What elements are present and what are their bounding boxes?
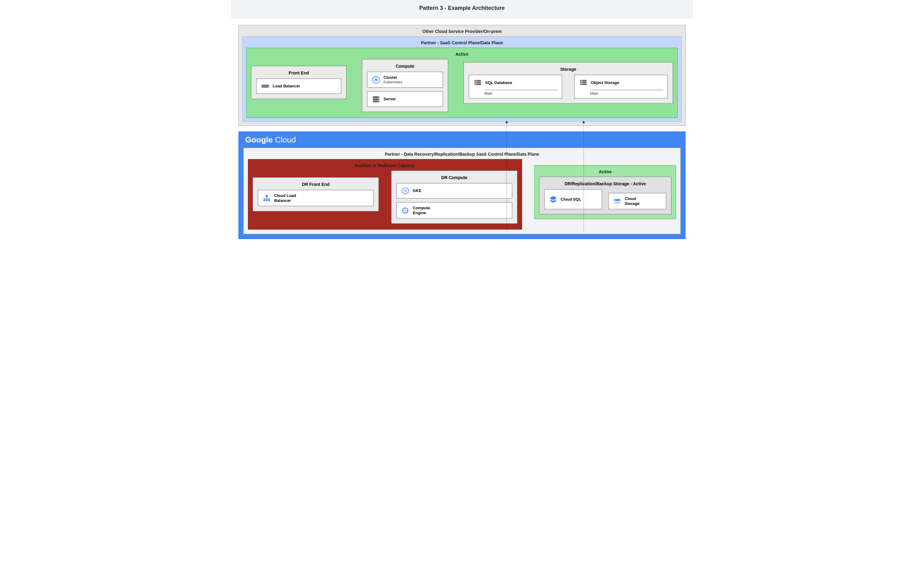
svg-point-15 xyxy=(378,97,378,97)
bottom-row: Inactive or Reduced Capacity DR Front En… xyxy=(248,159,676,230)
database-icon xyxy=(473,78,482,87)
gke-label: GKE xyxy=(413,189,422,193)
cloud-load-balancer-icon xyxy=(262,194,271,203)
svg-rect-23 xyxy=(475,84,477,84)
storage-title: Storage xyxy=(469,66,668,75)
inactive-row: DR Front End Cloud Load Balancer xyxy=(252,171,517,224)
gke-icon xyxy=(401,187,410,195)
svg-marker-35 xyxy=(404,189,407,192)
google-cloud-box: Google Cloud Partner - Data Recovery/Rep… xyxy=(238,131,686,239)
cloud-sql-icon xyxy=(549,195,557,204)
svg-rect-27 xyxy=(581,81,583,81)
active-label-bottom: Active xyxy=(539,168,672,177)
sql-name: SQL Database xyxy=(485,80,512,85)
active-zone-top: Active Front End Load Balancer xyxy=(246,48,678,118)
svg-point-1 xyxy=(263,85,264,87)
svg-rect-29 xyxy=(581,84,583,84)
ce-t2: Engine xyxy=(413,211,430,215)
partner-saas-label: Partner - SaaS Control Plane/Data Plane xyxy=(246,39,678,48)
load-balancer-text: Load Balancer xyxy=(273,84,300,89)
svg-rect-31 xyxy=(264,199,265,201)
svg-line-8 xyxy=(376,80,378,81)
cluster-card: Cluster Kubernetes xyxy=(367,72,443,88)
load-balancer-card: Load Balancer xyxy=(256,79,341,94)
gc-logo-bold: Google xyxy=(245,135,273,144)
kubernetes-icon xyxy=(372,76,380,84)
sql-database-card: SQL Database Main xyxy=(469,75,562,98)
compute-panel: Compute Cluster Kubernetes xyxy=(362,59,448,112)
frontend-title: Front End xyxy=(256,69,341,79)
gke-text: GKE xyxy=(413,189,422,193)
svg-point-2 xyxy=(265,85,265,87)
dr-storage-panel: DR/Replication/Backup Storage - Active C… xyxy=(539,177,672,214)
dr-storage-row: Cloud SQL Cloud Storage xyxy=(544,189,666,209)
divider xyxy=(485,90,557,90)
page-title: Pattern 3 - Example Architecture xyxy=(231,5,693,11)
cstor-t2: Storage xyxy=(625,201,640,206)
dr-frontend-panel: DR Front End Cloud Load Balancer xyxy=(252,177,379,211)
svg-rect-37 xyxy=(404,209,407,211)
svg-point-53 xyxy=(619,202,620,203)
obj-sub: Main xyxy=(590,92,663,96)
svg-point-3 xyxy=(267,85,267,87)
cstor-text: Cloud Storage xyxy=(625,196,640,206)
inactive-label: Inactive or Reduced Capacity xyxy=(252,162,517,171)
clb-t2: Balancer xyxy=(274,198,296,203)
partner-dr-box: Partner - Data Recovery/Replication/Back… xyxy=(243,148,681,234)
compute-engine-card: Compute Engine xyxy=(396,202,512,219)
dr-storage-title: DR/Replication/Backup Storage - Active xyxy=(544,180,666,189)
dr-compute-title: DR Compute xyxy=(396,174,512,183)
svg-rect-28 xyxy=(581,82,583,82)
divider xyxy=(590,90,663,90)
cloud-storage-icon xyxy=(613,197,622,206)
partner-saas-box: Partner - SaaS Control Plane/Data Plane … xyxy=(242,36,682,122)
active-zone-bottom: Active DR/Replication/Backup Storage - A… xyxy=(535,165,676,219)
storage-inner: SQL Database Main xyxy=(469,75,668,98)
ce-t1: Compute xyxy=(413,206,430,211)
svg-rect-22 xyxy=(475,82,477,82)
other-cloud-box: Other Cloud Service Provider/On-prem Par… xyxy=(238,25,686,126)
clb-text: Cloud Load Balancer xyxy=(274,193,296,203)
sql-sub: Main xyxy=(485,92,557,96)
server-text: Server xyxy=(383,97,396,102)
google-cloud-logo: Google Cloud xyxy=(243,132,681,148)
other-cloud-label: Other Cloud Service Provider/On-prem xyxy=(242,28,682,36)
inactive-zone: Inactive or Reduced Capacity DR Front En… xyxy=(248,159,522,230)
server-icon xyxy=(372,95,380,103)
compute-engine-icon xyxy=(401,206,410,215)
obj-name: Object Storage xyxy=(591,80,619,85)
svg-rect-54 xyxy=(615,200,616,200)
server-label: Server xyxy=(383,97,396,102)
compute-title: Compute xyxy=(367,63,443,72)
svg-line-10 xyxy=(374,80,376,81)
object-storage-card: Object Storage Main xyxy=(574,75,668,98)
gke-card: GKE xyxy=(396,183,512,198)
gc-logo-light: Cloud xyxy=(273,135,296,144)
cluster-text: Cluster Kubernetes xyxy=(383,75,402,84)
ce-text: Compute Engine xyxy=(413,206,430,215)
svg-rect-33 xyxy=(268,199,270,201)
dr-compute-panel: DR Compute GKE xyxy=(391,171,517,224)
load-balancer-icon xyxy=(261,82,270,90)
svg-rect-21 xyxy=(475,81,477,81)
svg-point-17 xyxy=(378,101,378,102)
diagram-canvas: Pattern 3 - Example Architecture Other C… xyxy=(231,0,693,247)
storage-panel: Storage SQL Database xyxy=(464,62,673,104)
load-balancer-label: Load Balancer xyxy=(273,84,300,89)
active-label-top: Active xyxy=(251,50,673,59)
server-card: Server xyxy=(367,92,443,107)
svg-rect-55 xyxy=(615,202,616,203)
header-band: Pattern 3 - Example Architecture xyxy=(231,0,693,19)
svg-point-52 xyxy=(619,200,620,200)
cluster-label: Cluster xyxy=(383,75,402,80)
svg-point-16 xyxy=(378,99,378,99)
cluster-sublabel: Kubernetes xyxy=(383,80,402,84)
cloud-storage-card: Cloud Storage xyxy=(608,193,666,209)
clb-t1: Cloud Load xyxy=(274,193,296,198)
active-row: Front End Load Balancer xyxy=(251,59,673,112)
object-storage-icon xyxy=(579,78,588,87)
dr-frontend-title: DR Front End xyxy=(258,181,373,190)
cloud-load-balancer-card: Cloud Load Balancer xyxy=(258,190,373,206)
svg-rect-32 xyxy=(266,199,268,201)
csql-label: Cloud SQL xyxy=(561,197,581,202)
